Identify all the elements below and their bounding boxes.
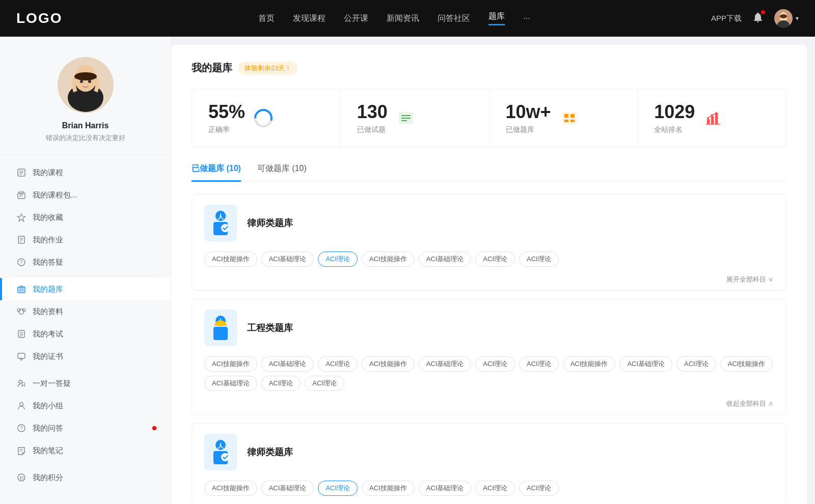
bank-title-1: 工程类题库 <box>247 322 293 334</box>
tag-1-9[interactable]: ACI理论 <box>676 356 716 372</box>
app-download-button[interactable]: APP下载 <box>711 14 742 23</box>
bank-card-0: 人 律师类题库 ACI技能操作 ACI基础理论 ACI理论 ACI技能操作 AC… <box>192 194 786 291</box>
pie-chart-icon <box>253 108 274 128</box>
stats-row: 55% 正确率 130 已做试题 <box>192 89 786 147</box>
sidebar-label-bank: 我的题库 <box>33 285 63 294</box>
stat-accuracy: 55% 正确率 <box>192 90 341 147</box>
stat-rank: 1029 全站排名 <box>638 90 786 147</box>
svg-text:人: 人 <box>217 213 224 220</box>
sidebar-label-course: 我的课程 <box>33 168 63 178</box>
tag-1-3[interactable]: ACI技能操作 <box>362 356 415 372</box>
homework-icon <box>16 235 26 245</box>
tag-0-1[interactable]: ACI基础理论 <box>261 251 314 267</box>
tag-0-2[interactable]: ACI理论 <box>318 251 358 267</box>
sidebar-item-package[interactable]: 我的课程包... <box>0 184 171 206</box>
tag-1-1[interactable]: ACI基础理论 <box>261 356 314 372</box>
tag-2-4[interactable]: ACI基础理论 <box>419 481 472 496</box>
tag-0-6[interactable]: ACI理论 <box>519 251 559 267</box>
svg-point-68 <box>711 114 713 116</box>
nav-news[interactable]: 新闻资讯 <box>387 13 419 24</box>
nav-discover[interactable]: 发现课程 <box>293 13 325 24</box>
tag-1-7[interactable]: ACI技能操作 <box>563 356 616 372</box>
tag-1-12[interactable]: ACI理论 <box>261 376 301 391</box>
svg-point-53 <box>259 114 267 122</box>
sidebar-item-tutor[interactable]: 一对一答疑 <box>0 372 171 395</box>
bank-icon <box>16 284 26 294</box>
svg-rect-76 <box>213 327 228 340</box>
logo[interactable]: LOGO <box>16 10 77 26</box>
tag-2-5[interactable]: ACI理论 <box>475 481 515 496</box>
svg-rect-12 <box>74 92 97 97</box>
nav-open[interactable]: 公开课 <box>344 13 368 24</box>
sidebar-item-course[interactable]: 我的课程 <box>0 161 171 184</box>
sidebar-item-exam[interactable]: 我的考试 <box>0 323 171 345</box>
svg-point-42 <box>19 380 22 383</box>
tag-1-2[interactable]: ACI理论 <box>318 356 358 372</box>
bar-chart-icon <box>703 108 723 128</box>
tag-2-6[interactable]: ACI理论 <box>519 481 559 496</box>
tag-2-2[interactable]: ACI理论 <box>318 481 358 496</box>
tab-todo[interactable]: 可做题库 (10) <box>257 163 307 182</box>
notification-bell[interactable] <box>752 11 764 25</box>
sidebar-item-bank[interactable]: 我的题库 <box>0 278 171 300</box>
sidebar-item-homework[interactable]: 我的作业 <box>0 229 171 251</box>
sidebar-label-tutor: 一对一答疑 <box>33 379 71 388</box>
tab-done[interactable]: 已做题库 (10) <box>192 163 241 182</box>
svg-point-9 <box>80 80 83 83</box>
page-header: 我的题库 体验剩余23天！ <box>192 61 786 75</box>
bank-tags-2: ACI技能操作 ACI基础理论 ACI理论 ACI技能操作 ACI基础理论 AC… <box>192 481 786 504</box>
sidebar-label-cert: 我的证书 <box>33 352 63 361</box>
svg-point-69 <box>715 112 717 114</box>
tag-0-3[interactable]: ACI技能操作 <box>362 251 415 267</box>
tag-2-1[interactable]: ACI基础理论 <box>261 481 314 496</box>
sidebar-item-question[interactable]: ? 我的答疑 <box>0 251 171 273</box>
stat-banks-value: 10w+ <box>506 102 551 122</box>
qa-icon: ? <box>16 423 26 433</box>
tag-1-11[interactable]: ACI基础理论 <box>204 376 257 391</box>
tag-1-13[interactable]: ACI理论 <box>305 376 344 391</box>
bank-icon-lawyer-0: 人 <box>204 205 237 241</box>
tag-1-0[interactable]: ACI技能操作 <box>204 356 257 372</box>
sidebar-item-material[interactable]: 我的资料 <box>0 300 171 323</box>
tag-1-8[interactable]: ACI基础理论 <box>619 356 672 372</box>
nav-more[interactable]: ··· <box>523 14 530 23</box>
stat-accuracy-value: 55% <box>208 102 245 122</box>
sidebar: Brian Harris 错误的决定比没有决定要好 我的课程 我的课程包... <box>0 37 171 504</box>
sidebar-label-homework: 我的作业 <box>33 235 63 245</box>
sidebar-label-favorites: 我的收藏 <box>33 213 63 222</box>
nav-bank[interactable]: 题库 <box>488 11 505 25</box>
tag-1-6[interactable]: ACI理论 <box>519 356 559 372</box>
profile-motto: 错误的决定比没有决定要好 <box>46 133 125 143</box>
sidebar-label-question: 我的答疑 <box>33 258 63 267</box>
user-avatar <box>774 9 793 27</box>
sidebar-item-note[interactable]: 我的笔记 <box>0 439 171 462</box>
sidebar-label-material: 我的资料 <box>33 307 63 317</box>
sidebar-item-qa[interactable]: ? 我的问答 <box>0 417 171 439</box>
user-avatar-button[interactable]: ▾ <box>774 9 799 27</box>
tag-1-4[interactable]: ACI基础理论 <box>419 356 472 372</box>
sidebar-item-favorites[interactable]: 我的收藏 <box>0 206 171 229</box>
expand-button-0[interactable]: 展开全部科目 ∨ <box>192 275 786 290</box>
stat-accuracy-label: 正确率 <box>208 125 245 134</box>
collapse-button-1[interactable]: 收起全部科目 ∧ <box>192 399 786 414</box>
tag-2-0[interactable]: ACI技能操作 <box>204 481 257 496</box>
sidebar-menu: 我的课程 我的课程包... 我的收藏 我的作业 <box>0 155 171 495</box>
sidebar-item-score[interactable]: 积 我的积分 <box>0 466 171 489</box>
sidebar-label-qa: 我的问答 <box>33 424 63 433</box>
nav-right: APP下载 ▾ <box>711 9 799 27</box>
sidebar-item-cert[interactable]: 我的证书 <box>0 345 171 368</box>
nav-home[interactable]: 首页 <box>258 13 275 24</box>
tag-0-4[interactable]: ACI基础理论 <box>419 251 472 267</box>
tag-0-5[interactable]: ACI理论 <box>475 251 515 267</box>
tag-1-10[interactable]: ACI技能操作 <box>720 356 773 372</box>
tag-0-0[interactable]: ACI技能操作 <box>204 251 257 267</box>
course-icon <box>16 167 26 178</box>
qa-notification-dot <box>152 426 156 430</box>
sidebar-item-group[interactable]: 我的小组 <box>0 395 171 417</box>
svg-text:积: 积 <box>19 475 24 481</box>
nav-qa[interactable]: 问答社区 <box>438 13 470 24</box>
bank-card-1: 人 工程类题库 ACI技能操作 ACI基础理论 ACI理论 ACI技能操作 AC… <box>192 299 786 415</box>
tag-1-5[interactable]: ACI理论 <box>475 356 515 372</box>
tag-2-3[interactable]: ACI技能操作 <box>362 481 415 496</box>
svg-rect-28 <box>18 287 25 293</box>
